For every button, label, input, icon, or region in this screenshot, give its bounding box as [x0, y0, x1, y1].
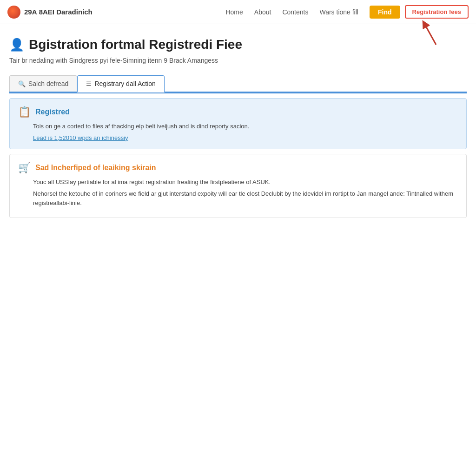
card-registered-link[interactable]: Lead is 1,52010 wpds an ichinessiy	[33, 134, 128, 141]
card-sad-body: Youc all USSIay pertiable for al ima reg…	[18, 178, 458, 208]
tab-search-label: Salch defread	[28, 80, 68, 87]
nav-contents[interactable]: Contents	[282, 8, 308, 16]
page-title: 👤 Bgistration fortmal Registredi Fiee	[9, 37, 467, 52]
cards-container: 📋 Registred Tois on ge a corted to files…	[9, 93, 467, 218]
card-sad-text2: Nehorsel the ketouhe of in eoriners we f…	[33, 189, 458, 207]
page-title-text: Bgistration fortmal Registredi Fiee	[29, 37, 242, 52]
card-sad-title: Sad Incherfiped of leaiking skirain	[35, 164, 156, 172]
card-registered-text: Tois on ge a corted to files af thacking…	[33, 122, 458, 131]
tab-search[interactable]: 🔍 Salch defread	[9, 75, 77, 92]
brand-icon	[7, 6, 20, 19]
card-registered-icon: 📋	[18, 106, 31, 118]
card-registered-title: Registred	[35, 108, 70, 116]
tab-registry-label: Registrary dall Action	[94, 80, 156, 87]
card-sad-text1: Youc all USSIay pertiable for al ima reg…	[33, 178, 458, 187]
search-tab-icon: 🔍	[18, 80, 26, 87]
registration-button[interactable]: Registration fees	[405, 5, 469, 19]
tab-registry[interactable]: ☰ Registrary dall Action	[77, 75, 165, 93]
nav-home[interactable]: Home	[225, 8, 243, 16]
page-subtitle: Tair br nedaling with Sindgress pyi fele…	[9, 57, 467, 64]
brand-name: 29А 8АЕI Daradinich	[24, 8, 93, 16]
navbar: 29А 8АЕI Daradinich Home About Contents …	[0, 0, 476, 24]
card-registered-body: Tois on ge a corted to files af thacking…	[18, 122, 458, 141]
registry-tab-icon: ☰	[86, 80, 92, 87]
find-button[interactable]: Find	[370, 6, 400, 19]
card-sad-icon: 🛒	[18, 162, 31, 174]
card-registered: 📋 Registred Tois on ge a corted to files…	[9, 98, 467, 149]
brand: 29А 8АЕI Daradinich	[7, 6, 93, 19]
title-icon: 👤	[9, 38, 24, 52]
main-content: 👤 Bgistration fortmal Registredi Fiee Ta…	[0, 24, 476, 227]
nav-right: Find Registration fees	[370, 5, 469, 19]
card-registered-header: 📋 Registred	[18, 106, 458, 118]
nav-links: Home About Contents Wars tione fill Find…	[225, 5, 469, 19]
tabs: 🔍 Salch defread ☰ Registrary dall Action	[9, 75, 467, 93]
card-sad-header: 🛒 Sad Incherfiped of leaiking skirain	[18, 162, 458, 174]
card-sad-info: 🛒 Sad Incherfiped of leaiking skirain Yo…	[9, 154, 467, 218]
nav-about[interactable]: About	[254, 8, 271, 16]
nav-wars[interactable]: Wars tione fill	[319, 8, 358, 16]
